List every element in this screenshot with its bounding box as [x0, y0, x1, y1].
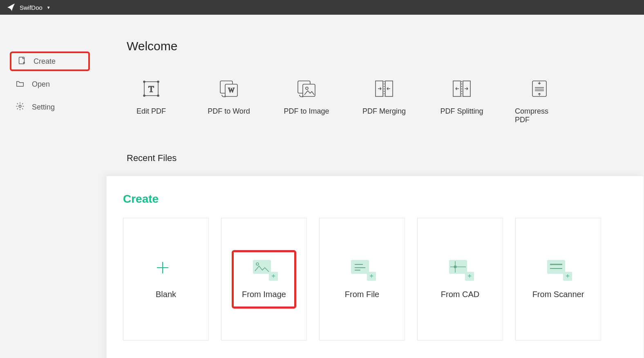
card-label: From Image: [242, 290, 286, 299]
app-name: SwifDoo: [20, 4, 42, 11]
blank-plus-icon: [154, 260, 177, 277]
tool-label: PDF to Word: [208, 107, 250, 116]
welcome-heading: Welcome: [127, 39, 644, 53]
tool-pdf-splitting[interactable]: PDF Splitting: [437, 78, 486, 124]
create-icon: [17, 56, 26, 67]
from-scanner-icon: ＋: [547, 260, 570, 277]
tool-pdf-to-word[interactable]: W PDF to Word: [204, 78, 253, 124]
gear-icon: [16, 102, 25, 113]
pdf-to-word-icon: W: [218, 78, 240, 100]
svg-text:T: T: [148, 84, 154, 94]
tool-edit-pdf[interactable]: T Edit PDF: [127, 78, 176, 124]
svg-point-5: [157, 81, 159, 83]
svg-rect-26: [253, 260, 271, 274]
sidebar-item-open[interactable]: Open: [10, 74, 90, 94]
tool-label: Compress PDF: [515, 107, 564, 124]
create-card-from-file[interactable]: ＋ From File: [319, 218, 405, 340]
recent-files-heading: Recent Files: [127, 153, 644, 163]
tool-row: T Edit PDF W PDF to Word PDF to Image: [127, 78, 644, 124]
compress-pdf-icon: [528, 78, 550, 100]
pdf-to-image-icon: [295, 78, 318, 100]
main-area: Create Open Setting Welcome T Edit PDF: [0, 15, 644, 358]
folder-icon: [16, 79, 25, 90]
create-panel: Create Blank ＋ From Image: [106, 176, 644, 358]
sidebar: Create Open Setting: [0, 15, 94, 358]
tool-label: PDF to Image: [284, 107, 329, 116]
content: Welcome T Edit PDF W PDF to Word PDF to …: [94, 15, 644, 358]
svg-point-4: [143, 81, 145, 83]
from-cad-icon: ＋: [449, 260, 472, 277]
app-menu-caret-icon[interactable]: ▼: [47, 5, 51, 10]
tool-compress-pdf[interactable]: Compress PDF: [515, 78, 564, 124]
from-file-icon: ＋: [351, 260, 373, 277]
svg-point-1: [19, 105, 21, 107]
create-card-from-cad[interactable]: ＋ From CAD: [417, 218, 503, 340]
pdf-merge-icon: [373, 78, 395, 100]
card-label: From File: [345, 290, 379, 299]
create-card-row: Blank ＋ From Image ＋: [123, 218, 627, 340]
app-logo-icon: [7, 3, 16, 12]
svg-text:W: W: [228, 87, 235, 94]
plus-badge-icon: ＋: [269, 272, 278, 281]
tool-label: Edit PDF: [136, 107, 166, 116]
edit-pdf-icon: T: [140, 78, 162, 100]
create-card-from-scanner[interactable]: ＋ From Scanner: [515, 218, 601, 340]
svg-point-7: [157, 95, 159, 96]
from-image-icon: ＋: [253, 260, 275, 277]
tool-pdf-to-image[interactable]: PDF to Image: [282, 78, 331, 124]
plus-badge-icon: ＋: [465, 272, 474, 281]
create-card-blank[interactable]: Blank: [123, 218, 209, 340]
create-card-from-image[interactable]: ＋ From Image: [221, 218, 307, 340]
svg-point-6: [143, 95, 145, 96]
tool-pdf-merging[interactable]: PDF Merging: [360, 78, 409, 124]
plus-badge-icon: ＋: [563, 272, 572, 281]
sidebar-label-create: Create: [34, 57, 56, 66]
titlebar: SwifDoo ▼: [0, 0, 644, 15]
svg-rect-28: [351, 260, 369, 274]
svg-rect-36: [547, 260, 565, 274]
from-image-highlight: ＋ From Image: [232, 250, 296, 309]
svg-rect-35: [454, 266, 456, 268]
sidebar-item-setting[interactable]: Setting: [10, 97, 90, 117]
sidebar-label-open: Open: [32, 80, 50, 89]
plus-badge-icon: ＋: [367, 272, 376, 281]
tool-label: PDF Splitting: [440, 107, 483, 116]
tool-label: PDF Merging: [362, 107, 406, 116]
card-label: From Scanner: [532, 290, 584, 299]
sidebar-label-setting: Setting: [32, 103, 55, 112]
sidebar-item-create[interactable]: Create: [10, 51, 90, 71]
create-heading: Create: [123, 192, 627, 206]
card-label: From CAD: [441, 290, 479, 299]
card-label: Blank: [156, 290, 176, 299]
pdf-split-icon: [451, 78, 473, 100]
